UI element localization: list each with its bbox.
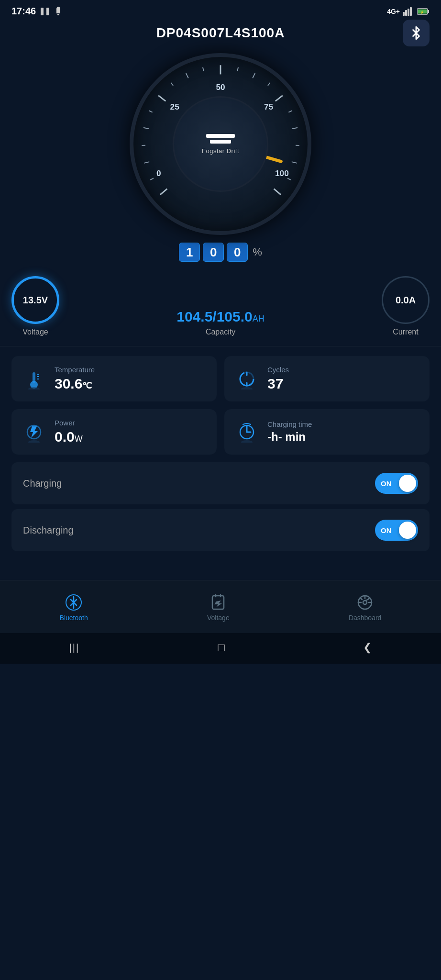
bluetooth-button[interactable] [403, 20, 430, 46]
svg-line-20 [292, 162, 297, 163]
svg-line-28 [268, 83, 270, 86]
svg-point-48 [241, 387, 253, 390]
nav-voltage[interactable]: Voltage [198, 590, 239, 625]
page-title: DP04S007L4S100A [156, 25, 285, 41]
battery-icon: ⚡ [417, 8, 430, 15]
svg-line-31 [287, 178, 291, 179]
svg-line-19 [292, 128, 298, 129]
charging-toggle-knob [399, 475, 416, 492]
metric-capacity: 104.5/105.0AH Capacity [176, 309, 265, 336]
back-button[interactable]: ❮ [363, 641, 372, 654]
svg-text:0: 0 [156, 168, 161, 178]
nav-voltage-icon [209, 594, 227, 611]
svg-point-61 [363, 601, 367, 604]
svg-line-21 [274, 189, 281, 195]
sim-icon [40, 7, 50, 16]
cycles-card: Cycles 37 [224, 356, 430, 401]
svg-rect-4 [405, 10, 407, 16]
svg-rect-0 [41, 8, 44, 15]
percent-sign: % [253, 246, 262, 258]
temperature-title: Temperature [55, 366, 95, 374]
cycles-title: Cycles [267, 366, 289, 374]
cycles-value: 37 [267, 376, 289, 392]
voltage-circle: 13.5V [11, 276, 59, 324]
discharging-toggle-knob [399, 522, 416, 539]
charging-toggle[interactable]: ON [375, 473, 418, 494]
nav-dashboard-icon [356, 594, 374, 611]
power-card: Power 0.0W [11, 409, 217, 455]
svg-rect-8 [428, 10, 429, 13]
charging-time-card: Charging time -h- min [224, 409, 430, 455]
status-right: 4G+ ⚡ [387, 7, 430, 16]
temperature-card: Temperature 30.6℃ [11, 356, 217, 401]
home-button[interactable]: □ [218, 641, 225, 654]
svg-text:75: 75 [264, 102, 274, 111]
toggle-section: Charging ON Discharging ON [0, 462, 441, 551]
svg-point-50 [28, 440, 40, 443]
status-time: 17:46 [11, 6, 36, 17]
notification-icon [54, 7, 63, 16]
charging-label: Charging [23, 478, 62, 489]
recents-button[interactable]: ||| [69, 642, 80, 653]
digit-3: 0 [227, 243, 248, 262]
current-circle: 0.0A [382, 276, 430, 324]
cards-row-1: Temperature 30.6℃ Cycles 37 [11, 356, 430, 401]
discharging-toggle[interactable]: ON [375, 520, 418, 541]
digit-2: 0 [203, 243, 224, 262]
svg-line-25 [171, 83, 173, 86]
gauge-brand: Fogstar Drift [202, 147, 239, 155]
capacity-unit: AH [253, 314, 265, 323]
current-value: 0.0A [396, 295, 416, 306]
current-label: Current [393, 328, 418, 336]
capacity-value: 104.5/105.0 [176, 309, 252, 324]
nav-dashboard[interactable]: Dashboard [339, 590, 391, 625]
svg-text:50: 50 [216, 82, 225, 92]
svg-rect-3 [403, 12, 405, 16]
svg-line-15 [186, 73, 188, 78]
svg-rect-6 [410, 7, 412, 16]
discharging-toggle-row: Discharging ON [11, 509, 430, 551]
digit-1: 1 [179, 243, 200, 262]
charging-time-icon [234, 419, 260, 445]
nav-bluetooth-icon [65, 594, 82, 611]
svg-line-22 [150, 178, 154, 179]
svg-line-12 [144, 162, 149, 163]
logo-bar1 [206, 134, 235, 138]
svg-rect-1 [46, 8, 49, 15]
capacity-value-wrap: 104.5/105.0AH [176, 309, 265, 325]
charging-toggle-row: Charging ON [11, 462, 430, 504]
nav-bluetooth-label: Bluetooth [60, 614, 88, 622]
gauge-container: 50 25 75 0 100 Fogstar Drift [130, 53, 311, 235]
capacity-label: Capacity [206, 328, 235, 336]
svg-line-65 [365, 600, 368, 601]
svg-line-14 [158, 96, 165, 101]
network-type: 4G+ [387, 8, 400, 15]
gauge-section: 50 25 75 0 100 Fogstar Drift [0, 48, 441, 271]
temperature-icon [21, 366, 47, 392]
metric-voltage: 13.5V Voltage [11, 276, 59, 336]
svg-line-18 [276, 96, 283, 101]
cycles-content: Cycles 37 [267, 366, 289, 392]
voltage-value: 13.5V [23, 295, 48, 306]
nav-bluetooth[interactable]: Bluetooth [50, 590, 98, 625]
power-icon [21, 419, 47, 445]
svg-point-52 [241, 440, 253, 443]
svg-rect-5 [408, 9, 409, 16]
charging-time-value: -h- min [267, 430, 312, 444]
cards-row-2: Power 0.0W Charging time -h- min [11, 409, 430, 455]
cards-section: Temperature 30.6℃ Cycles 37 [0, 356, 441, 455]
gauge-logo [206, 134, 235, 144]
gauge-inner-circle: Fogstar Drift [173, 96, 268, 192]
bluetooth-icon [409, 26, 423, 40]
svg-line-17 [253, 73, 255, 78]
metrics-row: 13.5V Voltage 104.5/105.0AH Capacity 0.0… [0, 276, 441, 336]
gauge-percent-display: 1 0 0 % [179, 243, 262, 262]
svg-line-26 [203, 67, 204, 70]
charging-time-content: Charging time -h- min [267, 420, 312, 444]
signal-icon [403, 7, 414, 16]
svg-text:25: 25 [170, 102, 180, 111]
bottom-nav: Bluetooth Voltage Dashboard [0, 580, 441, 633]
voltage-label: Voltage [22, 328, 48, 336]
power-title: Power [55, 419, 83, 427]
nav-voltage-label: Voltage [207, 614, 230, 622]
